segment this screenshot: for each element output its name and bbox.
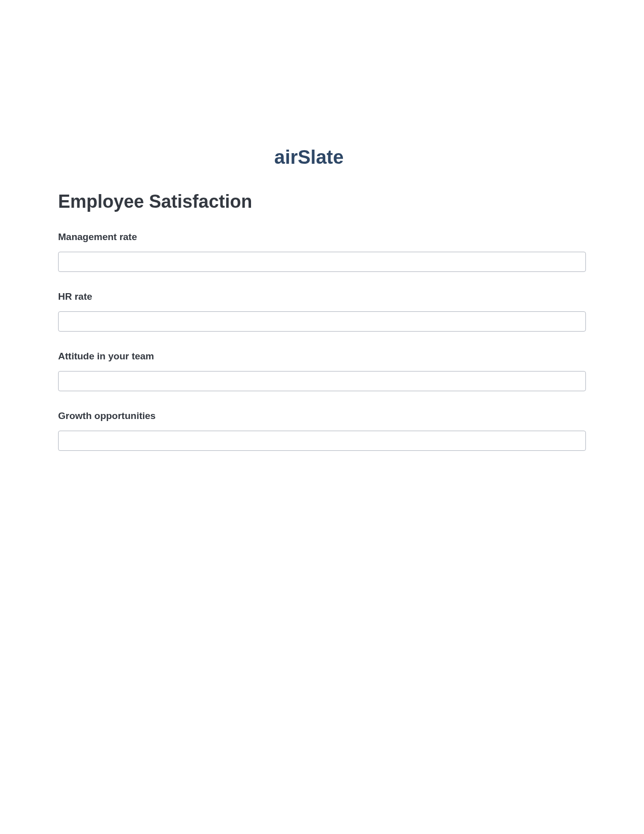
svg-text:airSlate: airSlate [274,147,343,168]
growth-input[interactable] [58,431,586,451]
field-label-management-rate: Management rate [58,231,586,243]
airslate-logo: airSlate [274,147,370,171]
field-group-hr-rate: HR rate [58,291,586,332]
field-group-management-rate: Management rate [58,231,586,272]
form-content: Employee Satisfaction Management rate HR… [0,191,644,451]
form-title: Employee Satisfaction [58,191,586,212]
field-label-growth: Growth opportunities [58,410,586,422]
field-group-attitude: Attitude in your team [58,351,586,391]
form-container: airSlate Employee Satisfaction Managemen… [0,0,644,451]
hr-rate-input[interactable] [58,311,586,332]
field-group-growth: Growth opportunities [58,410,586,451]
field-label-attitude: Attitude in your team [58,351,586,362]
management-rate-input[interactable] [58,252,586,272]
field-label-hr-rate: HR rate [58,291,586,302]
logo-wrapper: airSlate [0,147,644,171]
attitude-input[interactable] [58,371,586,391]
